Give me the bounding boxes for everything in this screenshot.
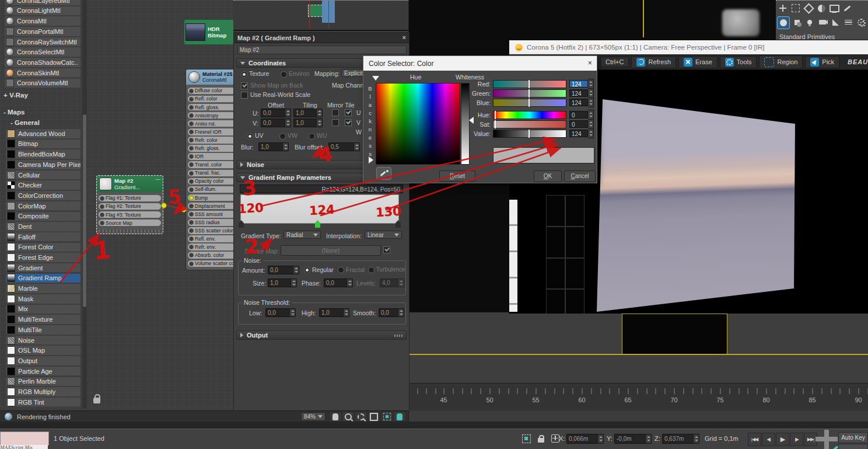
blur-spinner[interactable]: 1,0: [258, 142, 289, 151]
real-world-scale-checkbox[interactable]: [241, 92, 248, 99]
uv-radio[interactable]: [247, 133, 253, 140]
vw-radio[interactable]: [279, 133, 286, 140]
region-button[interactable]: Region: [759, 55, 803, 69]
channel-value-field[interactable]: 124: [569, 80, 588, 88]
wu-radio[interactable]: [309, 133, 315, 140]
channel-spinner[interactable]: [588, 110, 594, 120]
material-list-item[interactable]: CoronaLayeredMtl: [5, 0, 80, 5]
hue-marker-icon[interactable]: [372, 76, 379, 81]
fractal-radio[interactable]: [338, 267, 344, 273]
corona-material-node[interactable]: Material #25 CoronaMtl Diffuse color Ref…: [186, 69, 233, 270]
material-list-item[interactable]: CoronaLightMtl: [5, 6, 80, 16]
close-icon[interactable]: ×: [402, 34, 406, 41]
map-list-item[interactable]: Forest Edge: [6, 253, 80, 262]
zoom-region-icon[interactable]: [356, 412, 366, 421]
display-tab-icon[interactable]: [828, 2, 840, 14]
map-list-item[interactable]: Composite: [6, 212, 80, 221]
material-slot[interactable]: SSS radius: [188, 219, 233, 226]
material-list-item[interactable]: CoronaRaySwitchMtl: [5, 37, 80, 47]
show-map-back-checkbox[interactable]: [241, 82, 248, 89]
u-tiling-spinner[interactable]: 1,0: [293, 109, 323, 117]
z-coordinate-field[interactable]: 0,637m: [662, 434, 699, 444]
map-list-item[interactable]: ColorMap: [6, 201, 80, 211]
material-slot[interactable]: Refl. color: [188, 96, 233, 103]
utilities-tab-icon[interactable]: [841, 2, 853, 14]
vfb-title-bar[interactable]: Corona 5 (Hotfix 2) | 673×505px (1:1) | …: [509, 40, 868, 54]
material-slot[interactable]: Aniso rot.: [188, 120, 233, 127]
material-slot[interactable]: Opacity color: [188, 178, 233, 185]
source-map-button[interactable]: (None): [281, 245, 381, 256]
v-offset-spinner[interactable]: 0,0: [261, 119, 291, 127]
map2-node-header[interactable]: Map #2 Gradient... —: [97, 176, 163, 192]
hierarchy-tab-icon[interactable]: [803, 2, 814, 14]
map-list-item[interactable]: RGB Tint: [6, 398, 80, 407]
map-list-item[interactable]: Forest Color: [6, 243, 80, 252]
v-mirror-checkbox[interactable]: [332, 119, 339, 126]
map-list-item[interactable]: Particle Age: [6, 367, 80, 376]
map-list-item[interactable]: BlendedBoxMap: [6, 149, 80, 159]
material-list-item[interactable]: CoronaVolumeMtl: [5, 79, 80, 88]
node-collapse-button[interactable]: —: [155, 176, 160, 182]
environ-radio[interactable]: [281, 71, 287, 78]
map-list-item[interactable]: Noise: [6, 336, 80, 345]
material-list-item[interactable]: CoronaMtl: [5, 16, 80, 26]
timeline[interactable]: 45505560657075808590: [408, 383, 868, 410]
map-list-item[interactable]: Falloff: [6, 232, 80, 242]
channel-spinner[interactable]: [588, 88, 594, 98]
channel-slider[interactable]: [493, 130, 566, 138]
v-tile-checkbox[interactable]: [345, 119, 352, 126]
u-offset-spinner[interactable]: 0,0: [261, 109, 291, 117]
material-slot[interactable]: Diffuse color: [188, 88, 233, 95]
map-list-item[interactable]: Gradient: [6, 263, 80, 273]
refresh-button[interactable]: Refresh: [631, 56, 676, 68]
map-list-item[interactable]: MultiTexture: [6, 315, 80, 324]
auto-key-button[interactable]: Auto Key: [838, 432, 868, 443]
material-slot[interactable]: Refr. gloss.: [188, 145, 233, 152]
node-input-slot[interactable]: Flag #3: Texture: [99, 211, 161, 218]
gradient-flag-selected[interactable]: [315, 220, 320, 228]
panel-title-bar[interactable]: Map #2 ( Gradient Ramp ) ×: [234, 33, 409, 43]
material-slot[interactable]: SSS amount: [188, 211, 233, 218]
erase-button[interactable]: Erase: [678, 56, 718, 68]
material-list-item[interactable]: CoronaPortalMtl: [5, 27, 80, 36]
map-list-item[interactable]: Output: [6, 356, 80, 366]
material-slot[interactable]: Refr. color: [188, 137, 233, 144]
zoom-level-dropdown[interactable]: 84%: [301, 412, 326, 421]
systems-category-icon[interactable]: [855, 16, 867, 28]
material-slot[interactable]: Self-illum.: [188, 186, 233, 193]
map-list-item[interactable]: Mask: [6, 294, 80, 304]
play-button[interactable]: ▶: [776, 433, 789, 446]
noise-size-spinner[interactable]: 1,0: [268, 279, 297, 287]
hue-blackness-picker[interactable]: [376, 83, 460, 165]
material-slot[interactable]: Anisotropy: [188, 112, 233, 119]
channel-value-field[interactable]: 124: [569, 99, 588, 106]
channel-slider[interactable]: [493, 99, 566, 107]
pan-selected-icon[interactable]: [394, 412, 405, 421]
map-list-item[interactable]: Perlin Marble: [6, 377, 80, 387]
slate-navigator[interactable]: [233, 0, 408, 31]
material-slot[interactable]: Displacement: [188, 203, 233, 210]
material-slot[interactable]: Volume scatter color: [188, 260, 233, 267]
go-to-start-button[interactable]: |◀◀: [748, 433, 761, 446]
previous-frame-button[interactable]: ◀|: [762, 433, 775, 446]
regular-radio[interactable]: [304, 267, 310, 273]
cameras-category-icon[interactable]: [817, 16, 828, 28]
motion-tab-icon[interactable]: [816, 2, 827, 14]
map-name-field[interactable]: Map #2: [237, 46, 407, 54]
noise-amount-spinner[interactable]: 0,0: [268, 266, 299, 274]
bump-connector-dot[interactable]: [181, 207, 187, 213]
scrollbar-thumb[interactable]: [83, 114, 86, 307]
channel-slider[interactable]: [493, 80, 566, 88]
lights-category-icon[interactable]: [804, 16, 816, 28]
threshold-low-spinner[interactable]: 0,0: [265, 308, 296, 317]
output-connector-dot[interactable]: [161, 203, 167, 208]
ok-button[interactable]: OK: [534, 170, 562, 182]
material-list-item[interactable]: CoronaSkinMtl: [5, 68, 80, 78]
next-frame-button[interactable]: |▶: [790, 433, 803, 446]
eyedropper-button[interactable]: [376, 167, 391, 180]
map-list-item[interactable]: RGB Multiply: [6, 387, 80, 396]
threshold-smooth-spinner[interactable]: 0,0: [379, 308, 404, 317]
node-input-slot[interactable]: Flag #2: Texture: [99, 203, 161, 210]
noise-levels-spinner[interactable]: 4,0: [380, 279, 404, 287]
map-list-item[interactable]: Dent: [6, 222, 80, 231]
